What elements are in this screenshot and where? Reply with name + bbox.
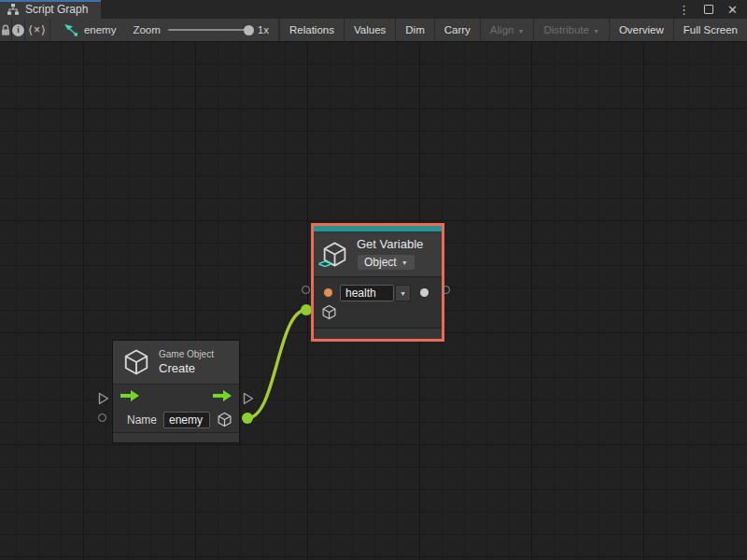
titlebar: Script Graph ⋮ ✕: [0, 0, 747, 19]
toolbar-button-fullscreen[interactable]: Full Screen: [674, 19, 747, 41]
connection-wire[interactable]: [247, 310, 306, 418]
toolbar-button-values[interactable]: Values: [345, 19, 396, 41]
variable-name-port[interactable]: [324, 288, 332, 297]
variable-kind-color-bar: [314, 226, 442, 232]
chevron-down-icon: ▼: [400, 290, 406, 297]
node-category: Game Object: [159, 349, 214, 359]
flow-input-arrow-icon[interactable]: [120, 390, 139, 401]
zoom-slider[interactable]: [168, 29, 250, 31]
toolbar: i ⟨×⟩ enemy Zoom 1x Relations Values D: [0, 19, 747, 42]
toolbar-button-carry[interactable]: Carry: [435, 19, 481, 41]
graph-canvas[interactable]: <> Get Variable Object ▼ ▼: [0, 42, 747, 560]
titlebar-drag-area[interactable]: [101, 0, 678, 19]
chevron-down-icon: ▼: [517, 28, 524, 35]
variable-name-input[interactable]: [340, 285, 394, 301]
name-value-input[interactable]: [163, 412, 210, 428]
wire-source-dot[interactable]: [242, 413, 253, 424]
create-header[interactable]: Game Object Create: [113, 341, 239, 384]
code-preview-button[interactable]: ⟨×⟩: [25, 19, 50, 41]
zoom-label: Zoom: [133, 24, 160, 35]
graph-pointer-icon: [63, 23, 78, 36]
node-get-variable[interactable]: <> Get Variable Object ▼ ▼: [314, 226, 442, 339]
toolbar-button-relations[interactable]: Relations: [280, 19, 345, 41]
graph-hierarchy-icon: [7, 4, 20, 15]
name-param-row: Name: [113, 407, 239, 432]
info-button[interactable]: i: [12, 19, 25, 41]
script-graph-window: Script Graph ⋮ ✕ i ⟨×⟩ en: [0, 0, 747, 560]
zoom-control: Zoom 1x: [116, 19, 279, 41]
node-title: Get Variable: [357, 237, 423, 251]
toolbar-button-dim[interactable]: Dim: [396, 19, 434, 41]
variable-picker-button[interactable]: ▼: [395, 285, 411, 301]
get-variable-body: ▼: [314, 276, 442, 328]
get-variable-footer: [314, 328, 442, 339]
zoom-value: 1x: [258, 24, 269, 35]
game-object-cube-icon: [122, 348, 150, 376]
game-object-cube-icon: <>: [321, 241, 348, 268]
object-input-port-ring[interactable]: [302, 286, 310, 294]
node-title: Create: [159, 361, 214, 375]
lock-icon: [0, 24, 11, 36]
create-footer: [113, 432, 239, 442]
chevron-down-icon: ▼: [402, 259, 408, 266]
variable-scope-dropdown[interactable]: Object ▼: [357, 254, 416, 271]
selection-outline: <> Get Variable Object ▼ ▼: [311, 223, 444, 342]
param-label: Name: [127, 413, 157, 427]
tab-title: Script Graph: [25, 3, 88, 16]
game-object-output-icon[interactable]: [217, 412, 233, 427]
toolbar-button-overview[interactable]: Overview: [610, 19, 674, 41]
value-output-port-ring[interactable]: [442, 286, 450, 294]
flow-output-port-triangle[interactable]: [243, 392, 254, 405]
get-variable-header[interactable]: <> Get Variable Object ▼: [314, 232, 442, 276]
flow-output-arrow-icon[interactable]: [213, 390, 232, 401]
code-angle-brackets-icon: <>: [318, 257, 331, 271]
active-tab-accent: [0, 0, 101, 2]
toolbar-button-align: Align ▼: [481, 19, 535, 41]
maximize-icon[interactable]: [704, 5, 713, 14]
close-icon[interactable]: ✕: [727, 4, 738, 16]
tab-script-graph[interactable]: Script Graph: [0, 0, 101, 19]
zoom-slider-handle[interactable]: [244, 25, 254, 35]
toolbar-button-distribute: Distribute ▼: [534, 19, 610, 41]
node-game-object-create[interactable]: Game Object Create Name: [112, 340, 240, 443]
code-brackets-icon: ⟨×⟩: [28, 23, 46, 36]
graph-name: enemy: [84, 24, 117, 35]
value-output-port[interactable]: [420, 288, 429, 297]
graph-breadcrumb[interactable]: enemy: [50, 19, 117, 41]
lock-button[interactable]: [0, 19, 12, 41]
game-object-port-icon[interactable]: [321, 304, 337, 324]
flow-input-port-triangle[interactable]: [98, 392, 109, 405]
flow-row: [113, 384, 239, 407]
name-input-port-ring[interactable]: [98, 413, 106, 422]
info-icon: i: [12, 24, 24, 36]
chevron-down-icon: ▼: [593, 28, 599, 35]
window-menu-icon[interactable]: ⋮: [678, 4, 690, 16]
